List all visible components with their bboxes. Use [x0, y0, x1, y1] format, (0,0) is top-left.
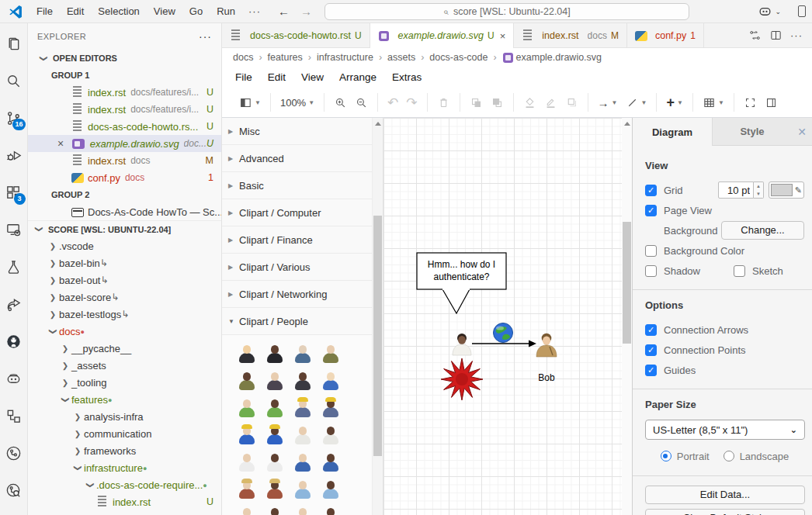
titlebar-menu-item[interactable]: Go	[182, 3, 210, 20]
palette-section[interactable]: Clipart / Various	[222, 254, 383, 281]
paper-size-select[interactable]: US-Letter (8,5" x 11") ⌄	[645, 420, 805, 440]
list-item[interactable]: × bazel-testlogs	[28, 306, 221, 323]
portrait-radio[interactable]	[661, 451, 671, 461]
fill-color-button[interactable]	[523, 96, 536, 109]
run-debug-icon[interactable]	[0, 137, 28, 174]
background-color-checkbox[interactable]	[645, 245, 657, 257]
drawio-menu-item[interactable]: File	[228, 70, 259, 85]
breadcrumb-item[interactable]: docs-as-code	[415, 52, 488, 63]
git-graph-icon[interactable]	[0, 434, 28, 472]
diagram-canvas[interactable]: Hmm... how do I authenticate? Bob	[383, 118, 632, 515]
bob-label[interactable]: Bob	[523, 372, 570, 383]
view-panel-toggle-button[interactable]: ▼	[239, 96, 261, 109]
zoom-level-dropdown[interactable]: 100% ▼	[280, 97, 314, 109]
list-item[interactable]: × features	[28, 391, 221, 408]
close-icon[interactable]: ×	[57, 137, 64, 150]
zoom-in-button[interactable]	[334, 96, 347, 109]
globe-shape[interactable]	[494, 323, 513, 343]
search-icon[interactable]	[0, 62, 28, 99]
checkbox-checked[interactable]	[645, 324, 657, 336]
grid-size-stepper[interactable]: ▲▼	[754, 181, 764, 199]
waypoint-style-dropdown[interactable]: ▼	[626, 96, 647, 109]
palette-section[interactable]: Clipart / Finance	[222, 226, 383, 254]
list-item[interactable]: × analysis-infra	[28, 408, 221, 425]
person-clipart-shape[interactable]	[293, 452, 313, 472]
grid-color-button[interactable]: ✎	[769, 181, 804, 199]
palette-section[interactable]: Clipart / People	[222, 308, 383, 335]
palette-section[interactable]: Advanced	[222, 145, 383, 172]
list-item[interactable]: × .vscode	[28, 237, 221, 254]
person-clipart-shape[interactable]	[265, 398, 285, 418]
format-panel-toggle-button[interactable]	[765, 96, 778, 109]
layout-panel-icon[interactable]	[798, 5, 806, 17]
list-item[interactable]: × Docs-As-Code HowTo — Sc...	[28, 203, 221, 220]
list-item[interactable]: × index.rst docs M	[28, 152, 221, 169]
workspace-section-header[interactable]: SCORE [WSL: UBUNTU-22.04]	[28, 220, 221, 237]
breadcrumb-item[interactable]: example.drawio.svg	[488, 52, 602, 63]
checkbox-checked[interactable]	[645, 344, 657, 356]
person-clipart-shape[interactable]	[237, 452, 257, 472]
editor-tab[interactable]: example.drawio.svg U ×	[370, 23, 515, 48]
page-view-checkbox[interactable]	[645, 205, 657, 216]
list-item[interactable]: × __pycache__	[28, 340, 221, 357]
person-clipart-shape[interactable]	[237, 344, 257, 364]
navigate-forward-button[interactable]: →	[300, 5, 312, 18]
person-clipart-shape[interactable]	[321, 398, 341, 418]
person-clipart-shape[interactable]	[237, 479, 257, 499]
person-clipart-shape[interactable]	[293, 425, 313, 445]
list-item[interactable]: × bazel-out	[28, 271, 221, 289]
github-icon[interactable]	[0, 323, 28, 360]
editor-tab[interactable]: docs-as-code-howto.rst U ×	[222, 23, 370, 47]
drawio-menu-item[interactable]: Arrange	[332, 70, 383, 85]
line-color-button[interactable]	[544, 96, 557, 109]
person-clipart-shape[interactable]	[321, 425, 341, 445]
list-item[interactable]: × example.drawio.svg doc... U	[28, 135, 221, 152]
speech-bubble-text[interactable]: Hmm... how do I authenticate?	[418, 254, 505, 289]
person-bob-shape[interactable]	[536, 334, 557, 357]
editor-tab[interactable]: conf.py 1 ×	[627, 23, 704, 47]
source-control-icon[interactable]: 16	[0, 99, 28, 137]
breadcrumb-item[interactable]: assets	[373, 52, 415, 63]
to-front-button[interactable]	[470, 96, 483, 109]
person-clipart-shape[interactable]	[237, 506, 257, 515]
list-item[interactable]: × docs	[28, 323, 221, 340]
tab-style[interactable]: Style	[713, 118, 792, 146]
list-item[interactable]: × bazel-score	[28, 289, 221, 306]
testing-icon[interactable]	[0, 248, 28, 285]
drawio-menu-item[interactable]: View	[294, 70, 331, 85]
copilot-chat-icon[interactable]	[0, 360, 28, 397]
landscape-radio[interactable]	[724, 451, 734, 461]
person-clipart-shape[interactable]	[265, 479, 285, 499]
breadcrumb-item[interactable]: docs	[233, 52, 253, 63]
command-center-search[interactable]: ⌕ score [WSL: Ubuntu-22.04]	[324, 3, 689, 20]
list-item[interactable]: × bazel-bin	[28, 254, 221, 271]
palette-section[interactable]: Clipart / Computer	[222, 199, 383, 226]
drawio-menu-item[interactable]: Extras	[385, 70, 429, 85]
tab-diagram[interactable]: Diagram	[633, 118, 713, 146]
sketch-checkbox[interactable]	[734, 265, 745, 277]
titlebar-menu-item[interactable]: File	[29, 3, 60, 20]
person-clipart-shape[interactable]	[293, 479, 313, 499]
redo-button[interactable]: ↷	[406, 95, 417, 111]
clear-default-style-button[interactable]: Clear Default Style	[645, 509, 805, 515]
explorer-more-actions-icon[interactable]: ···	[199, 30, 212, 43]
person-clipart-shape[interactable]	[237, 398, 257, 418]
person-clipart-shape[interactable]	[321, 479, 341, 499]
person-clipart-shape[interactable]	[293, 344, 313, 364]
more-actions-icon[interactable]: ···	[790, 29, 803, 41]
remote-explorer-icon[interactable]	[0, 211, 28, 248]
close-icon[interactable]: ×	[500, 30, 506, 42]
person-clipart-shape[interactable]	[237, 371, 257, 391]
option-row[interactable]: Connection Arrows	[645, 320, 804, 339]
grid-size-input[interactable]	[718, 181, 754, 199]
person-clipart-shape[interactable]	[293, 506, 313, 515]
palette-section[interactable]: Misc	[222, 118, 383, 145]
starburst-shape[interactable]	[441, 358, 483, 400]
live-share-icon[interactable]	[0, 285, 28, 323]
change-background-button[interactable]: Change...	[721, 221, 804, 240]
git-graph-search-icon[interactable]	[0, 472, 28, 509]
person-clipart-shape[interactable]	[265, 506, 285, 515]
shadow-checkbox[interactable]	[645, 265, 657, 277]
zoom-out-button[interactable]	[355, 96, 368, 109]
editor-tab[interactable]: index.rst docs M ×	[514, 23, 627, 47]
